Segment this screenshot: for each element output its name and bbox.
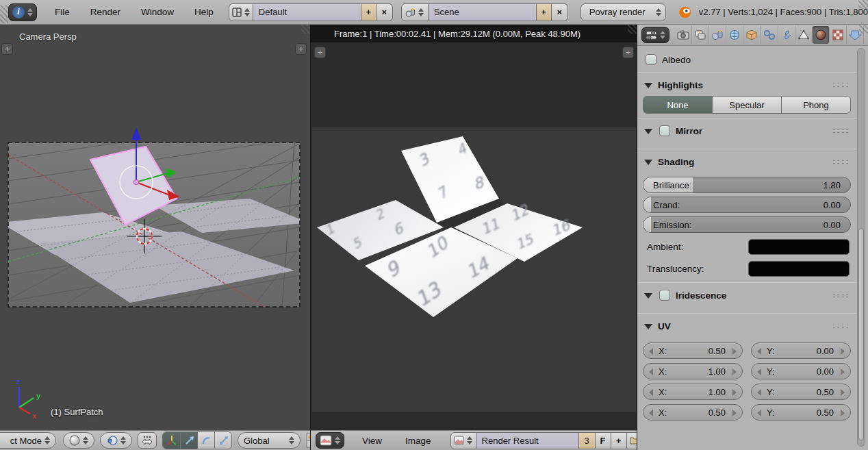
disclosure-triangle-icon[interactable]	[644, 324, 652, 329]
add-layout-button[interactable]: +	[361, 3, 376, 21]
panel-shading[interactable]: Shading	[637, 153, 856, 170]
ambient-color-swatch[interactable]	[748, 239, 850, 255]
area-resize-grip[interactable]	[859, 25, 868, 34]
increment-arrow-icon[interactable]	[841, 348, 845, 355]
disclosure-triangle-icon[interactable]	[644, 83, 652, 88]
image-datablock-field[interactable]: Render Result	[476, 432, 579, 449]
increment-arrow-icon[interactable]	[732, 368, 737, 375]
tab-texture[interactable]	[830, 26, 847, 44]
crand-slider[interactable]: Crand: 0.00	[643, 197, 851, 213]
scene-field[interactable]: Scene	[429, 3, 537, 21]
mode-select[interactable]: ct Mode	[0, 432, 56, 449]
expand-tools-region-button[interactable]: +	[314, 47, 326, 58]
uv-y-field-3[interactable]: Y: 0.50	[751, 384, 851, 400]
snap-toggle[interactable]	[138, 432, 157, 449]
viewport-canvas[interactable]: z y x	[0, 25, 310, 430]
transform-orientation-select[interactable]: Global	[238, 432, 301, 449]
uv-x-field-3[interactable]: X: 1.00	[643, 384, 743, 400]
viewport-3d[interactable]: z y x Camera Persp (1) SurfPatch + + ct …	[0, 25, 310, 450]
panel-grip-icon[interactable]	[832, 128, 850, 134]
panel-iridescence[interactable]: Iridescence	[637, 287, 856, 303]
panel-grip-icon[interactable]	[832, 323, 850, 329]
new-image-button[interactable]: +	[611, 432, 627, 449]
panel-grip-icon[interactable]	[832, 82, 850, 88]
decrement-arrow-icon[interactable]	[649, 389, 653, 396]
manipulator-rotate[interactable]	[197, 432, 214, 449]
decrement-arrow-icon[interactable]	[757, 348, 761, 355]
close-layout-button[interactable]: ×	[376, 3, 393, 21]
decrement-arrow-icon[interactable]	[649, 348, 653, 355]
uv-y-field-2[interactable]: Y: 0.00	[751, 363, 851, 379]
menu-image[interactable]: Image	[403, 436, 434, 446]
pivot-point-select[interactable]	[100, 432, 132, 449]
properties-scrollbar[interactable]	[857, 48, 865, 447]
manipulator-translate[interactable]	[180, 432, 197, 449]
increment-arrow-icon[interactable]	[732, 348, 737, 355]
panel-highlights[interactable]: Highlights	[637, 77, 856, 93]
screen-layout-field[interactable]: Default	[253, 3, 361, 21]
increment-arrow-icon[interactable]	[732, 410, 737, 416]
increment-arrow-icon[interactable]	[841, 389, 845, 396]
render-result-canvas[interactable]: 3 4 7 8 1 2 5 6 9 10 13 14 11 12 15 16	[311, 42, 637, 430]
expand-image-properties-button[interactable]: +	[622, 47, 634, 58]
expand-toolshelf-button[interactable]: +	[1, 43, 13, 55]
disclosure-triangle-icon[interactable]	[644, 293, 652, 299]
manipulator-scale[interactable]	[214, 432, 231, 449]
uv-x-field-2[interactable]: X: 1.00	[643, 363, 743, 379]
scrollbar-thumb[interactable]	[858, 228, 864, 440]
tab-render[interactable]	[675, 26, 692, 44]
menu-view[interactable]: View	[359, 436, 385, 446]
close-scene-button[interactable]: ×	[552, 3, 568, 21]
decrement-arrow-icon[interactable]	[649, 368, 653, 375]
mirror-checkbox[interactable]	[659, 125, 670, 136]
increment-arrow-icon[interactable]	[841, 410, 845, 416]
screen-layout-icon-button[interactable]	[229, 3, 253, 21]
users-count-button[interactable]: 3	[579, 432, 596, 449]
panel-albedo[interactable]: Albedo	[637, 51, 856, 68]
menu-help[interactable]: Help	[192, 7, 216, 17]
decrement-arrow-icon[interactable]	[757, 410, 761, 416]
albedo-checkbox[interactable]	[646, 54, 656, 65]
emission-slider[interactable]: Emission: 0.00	[643, 216, 851, 233]
tab-render-layers[interactable]	[692, 26, 709, 44]
image-editor[interactable]: Frame:1 | Time:00:02.41 | Mem:29.12M (0.…	[310, 25, 637, 450]
area-resize-grip[interactable]	[0, 5, 8, 23]
tab-constraints[interactable]	[761, 26, 778, 44]
uv-x-field-1[interactable]: X: 0.50	[643, 342, 743, 359]
decrement-arrow-icon[interactable]	[757, 389, 761, 396]
viewport-shading-select[interactable]	[63, 432, 94, 449]
scene-icon-button[interactable]	[401, 3, 429, 21]
panel-grip-icon[interactable]	[832, 159, 850, 165]
panel-uv[interactable]: UV	[637, 318, 856, 334]
add-scene-button[interactable]: +	[537, 3, 552, 21]
image-datablock-icon-button[interactable]	[450, 432, 476, 449]
tab-object-data[interactable]	[795, 26, 813, 44]
area-resize-grip[interactable]	[301, 25, 310, 34]
tab-object[interactable]	[743, 26, 761, 44]
iridescence-checkbox[interactable]	[659, 290, 670, 301]
editor-type-selector-info[interactable]: i	[8, 3, 37, 21]
manipulator-toggle[interactable]	[163, 432, 180, 449]
decrement-arrow-icon[interactable]	[757, 368, 761, 375]
translucency-color-swatch[interactable]	[748, 261, 850, 277]
brilliance-slider[interactable]: Brilliance: 1.80	[643, 177, 851, 193]
tab-material[interactable]	[813, 26, 830, 44]
uv-x-field-4[interactable]: X: 0.50	[643, 404, 743, 421]
menu-file[interactable]: File	[52, 7, 73, 17]
tab-modifiers[interactable]	[778, 26, 795, 44]
fake-user-button[interactable]: F	[596, 432, 611, 449]
editor-type-selector-properties[interactable]	[641, 27, 669, 43]
area-resize-grip[interactable]	[858, 0, 868, 10]
menu-window[interactable]: Window	[138, 7, 177, 17]
render-engine-select[interactable]: Povray render	[580, 3, 666, 21]
area-resize-grip[interactable]	[628, 25, 637, 34]
open-image-button[interactable]	[627, 432, 637, 449]
expand-properties-region-button[interactable]: +	[295, 43, 307, 55]
disclosure-triangle-icon[interactable]	[644, 129, 652, 134]
increment-arrow-icon[interactable]	[841, 368, 845, 375]
decrement-arrow-icon[interactable]	[649, 410, 653, 416]
tab-world[interactable]	[726, 26, 743, 44]
panel-mirror[interactable]: Mirror	[637, 123, 856, 139]
panel-grip-icon[interactable]	[832, 292, 850, 299]
uv-y-field-4[interactable]: Y: 0.50	[751, 404, 851, 421]
